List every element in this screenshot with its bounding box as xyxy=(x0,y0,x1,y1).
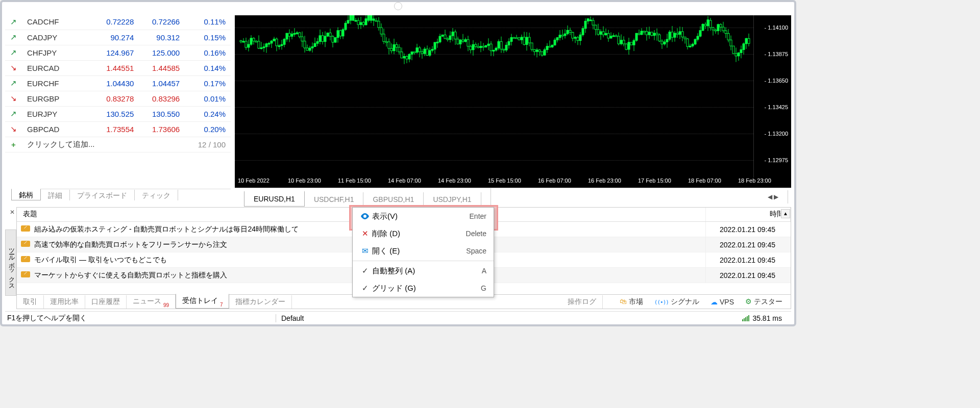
plus-icon[interactable]: + xyxy=(5,137,22,152)
toolbox-tab[interactable]: 指標カレンダー xyxy=(229,295,292,309)
svg-rect-393 xyxy=(740,49,742,53)
link-market[interactable]: 市場 xyxy=(618,297,645,307)
watch-row[interactable]: ↘ GBPCAD 1.73554 1.73606 0.20% xyxy=(5,121,231,137)
svg-rect-387 xyxy=(732,46,734,54)
svg-rect-63 xyxy=(319,36,321,42)
svg-rect-75 xyxy=(334,38,336,42)
add-symbol[interactable]: クリックして追加... xyxy=(22,137,185,152)
svg-rect-189 xyxy=(480,46,482,48)
svg-rect-73 xyxy=(332,36,334,42)
market-watch-tabs: 銘柄詳細プライスボードティック xyxy=(11,189,231,202)
status-ping[interactable]: 35.81 ms xyxy=(742,314,791,322)
svg-rect-313 xyxy=(638,33,640,35)
svg-rect-199 xyxy=(493,50,495,51)
svg-rect-23 xyxy=(268,43,270,44)
svg-rect-243 xyxy=(549,46,551,47)
toolbox-side-label[interactable]: ツールボックス xyxy=(5,230,16,296)
svg-rect-135 xyxy=(411,52,413,55)
svg-rect-167 xyxy=(452,32,454,36)
svg-rect-317 xyxy=(643,31,645,32)
watch-row[interactable]: ↘ EURCAD 1.44551 1.44585 0.14% xyxy=(5,60,231,75)
toolbox-tab[interactable]: ニュース 99 xyxy=(127,295,176,309)
ctx-item[interactable]: 表示(V) Enter xyxy=(353,208,494,225)
svg-rect-351 xyxy=(687,39,689,46)
ctx-item[interactable]: ✉ 開く (E) Space xyxy=(353,242,494,260)
svg-rect-159 xyxy=(442,35,444,36)
ctx-item[interactable]: ✕ 削除 (D) Delete xyxy=(353,225,494,242)
svg-rect-111 xyxy=(380,28,382,34)
col-time[interactable]: 時間 xyxy=(706,208,791,221)
watch-row[interactable]: ↗ EURCHF 1.04430 1.04457 0.17% xyxy=(5,75,231,91)
svg-rect-235 xyxy=(538,50,541,52)
svg-rect-183 xyxy=(472,44,474,49)
svg-rect-195 xyxy=(487,44,489,45)
ctx-label: 削除 (D) xyxy=(372,229,466,239)
svg-rect-65 xyxy=(322,36,324,42)
svg-rect-335 xyxy=(666,39,668,42)
svg-rect-21 xyxy=(265,44,267,47)
svg-rect-255 xyxy=(564,34,566,36)
direction-icon: ↗ xyxy=(5,30,22,45)
ctx-item[interactable]: ✓ グリッド (G) G xyxy=(353,279,494,297)
svg-rect-289 xyxy=(607,33,609,38)
svg-rect-223 xyxy=(523,37,525,44)
watch-row[interactable]: ↗ CHFJPY 124.967 125.000 0.16% xyxy=(5,45,231,60)
price-chart[interactable]: - 1.14100- 1.13875- 1.13650- 1.13425- 1.… xyxy=(235,15,791,188)
chart-tabs-scroll[interactable]: ◀ ▶ xyxy=(758,190,788,203)
watch-row[interactable]: ↘ EURGBP 0.83278 0.83296 0.01% xyxy=(5,91,231,106)
watch-tab[interactable]: 詳細 xyxy=(41,190,70,200)
svg-rect-299 xyxy=(620,40,622,44)
svg-rect-109 xyxy=(378,21,380,28)
toolbox-tab[interactable]: 操作ログ xyxy=(561,295,603,309)
svg-rect-59 xyxy=(314,43,316,46)
toolbox-close-icon[interactable]: ✕ xyxy=(9,209,16,216)
svg-rect-347 xyxy=(681,32,683,37)
scroll-up-button[interactable]: ▲ xyxy=(781,209,790,218)
link-signals[interactable]: シグナル xyxy=(652,297,701,307)
direction-icon: ↗ xyxy=(5,75,22,91)
svg-rect-125 xyxy=(398,47,400,52)
svg-rect-217 xyxy=(516,38,518,39)
watch-row[interactable]: ↗ CADCHF 0.72228 0.72266 0.11% xyxy=(5,14,231,30)
toolbox-tab[interactable]: 受信トレイ 7 xyxy=(176,294,229,309)
ctx-label: 開く (E) xyxy=(372,246,466,256)
symbol: EURCAD xyxy=(22,60,93,75)
spread: 0.17% xyxy=(185,75,231,91)
svg-rect-143 xyxy=(421,52,423,54)
link-vps[interactable]: VPS xyxy=(708,298,736,306)
toolbox-tab[interactable]: 運用比率 xyxy=(44,295,85,309)
svg-rect-9 xyxy=(250,38,252,44)
toolbox-tab[interactable]: 取引 xyxy=(17,295,44,309)
svg-rect-185 xyxy=(475,44,477,46)
ctx-item[interactable]: ✓ 自動整列 (A) A xyxy=(353,262,494,279)
signal-bars-icon xyxy=(742,315,749,321)
svg-rect-41 xyxy=(291,34,293,37)
watch-row[interactable]: ↗ CADJPY 90.274 90.312 0.15% xyxy=(5,30,231,45)
status-profile[interactable]: Default xyxy=(276,314,742,322)
envelope-icon xyxy=(17,241,34,248)
chart-tab[interactable]: USDCHF,H1 xyxy=(305,192,364,207)
watch-tab[interactable]: ティック xyxy=(135,190,178,200)
svg-rect-375 xyxy=(717,24,719,31)
svg-rect-187 xyxy=(477,46,479,47)
link-tester[interactable]: テスター xyxy=(743,297,785,307)
toolbox-tab[interactable]: 口座履歴 xyxy=(85,295,127,309)
svg-rect-309 xyxy=(633,40,635,45)
bid: 0.72228 xyxy=(93,14,139,30)
svg-rect-297 xyxy=(618,36,620,44)
svg-rect-133 xyxy=(408,55,410,59)
col-to[interactable]: 宛先 xyxy=(476,208,706,221)
watch-tab[interactable]: プライスボード xyxy=(70,190,135,200)
bid: 130.525 xyxy=(93,106,139,121)
chart-tab[interactable]: EURUSD,H1 xyxy=(244,191,305,207)
svg-rect-175 xyxy=(462,40,464,41)
svg-rect-165 xyxy=(449,36,451,39)
chart-tab[interactable]: USDJPY,H1 xyxy=(424,192,481,207)
ctx-shortcut: Space xyxy=(466,247,486,255)
svg-rect-19 xyxy=(263,47,265,48)
watch-tab[interactable]: 銘柄 xyxy=(11,189,41,200)
chart-tab[interactable]: GBPUSD,H1 xyxy=(363,192,424,207)
svg-rect-137 xyxy=(413,52,415,53)
svg-rect-5 xyxy=(245,41,247,47)
watch-row[interactable]: ↗ EURJPY 130.525 130.550 0.24% xyxy=(5,106,231,121)
